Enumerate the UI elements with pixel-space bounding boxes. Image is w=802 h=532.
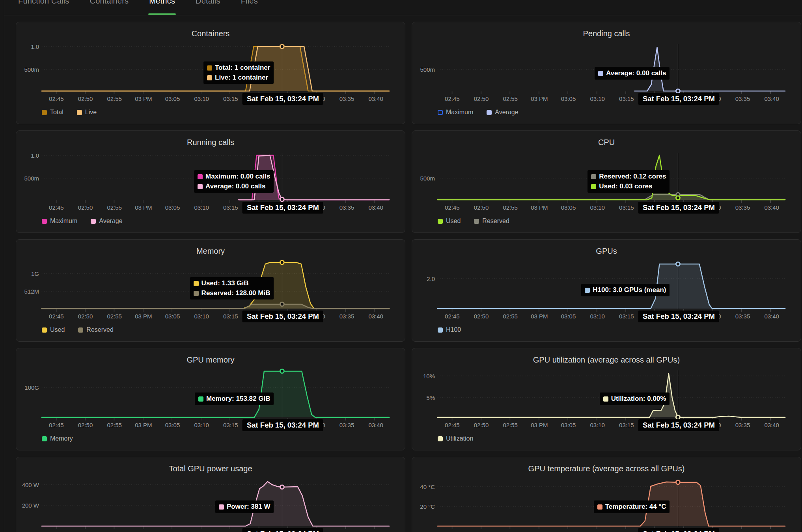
legend-item-total[interactable]: Total [42, 109, 63, 116]
x-axis-label: 03:05 [561, 204, 576, 211]
y-axis-label: 10% [412, 373, 435, 379]
x-axis-label: 02:45 [49, 313, 64, 320]
x-axis-label: 02:45 [445, 95, 460, 102]
legend-label: Average [99, 218, 122, 225]
tooltip-value: Maximum: 0.00 calls [205, 173, 270, 180]
y-axis-label: 2.0 [412, 275, 435, 282]
legend-swatch [91, 219, 96, 224]
cursor-date-tooltip: Sat Feb 15, 03:24 PM [242, 311, 323, 322]
x-axis-label: 02:50 [78, 530, 93, 532]
series-color-swatch [585, 288, 590, 293]
chart-tooltip: Memory: 153.82 GiB [195, 392, 274, 405]
x-axis-label: 03:35 [735, 95, 750, 102]
x-axis-label: 02:50 [474, 95, 489, 102]
tooltip-row: Power: 381 W [219, 503, 270, 511]
x-axis-label: 03:40 [764, 422, 779, 428]
x-axis-label: 02:45 [49, 422, 64, 428]
x-axis-label: 02:50 [474, 204, 489, 211]
series-color-swatch [198, 184, 203, 189]
legend-item-utilization[interactable]: Utilization [438, 435, 473, 442]
chart-plot-gpu-power[interactable] [16, 457, 405, 532]
legend-label: Reserved [86, 326, 113, 333]
tab-label: Metrics [149, 0, 175, 6]
x-axis-label: 03:10 [590, 95, 605, 102]
legend-label: Average [495, 109, 518, 116]
chart-legend: H100 [438, 326, 461, 333]
legend-item-used[interactable]: Used [42, 326, 65, 333]
x-axis-label: 03:05 [561, 530, 576, 532]
page-left-border [4, 0, 4, 532]
legend-item-maximum[interactable]: Maximum [42, 218, 77, 225]
chart-legend: Utilization [438, 435, 473, 442]
cursor-marker-memory [280, 369, 284, 373]
x-axis-label: 03:15 [619, 530, 634, 532]
tab-metrics[interactable]: Metrics [149, 0, 175, 15]
legend-item-reserved[interactable]: Reserved [78, 326, 113, 333]
x-axis-label: 02:50 [78, 313, 93, 320]
y-axis-label: 40 °C [412, 484, 435, 490]
x-axis-label: 03:05 [561, 95, 576, 102]
legend-swatch [438, 436, 443, 441]
legend-item-reserved[interactable]: Reserved [474, 218, 509, 225]
legend-item-live[interactable]: Live [77, 109, 97, 116]
tab-label: Files [241, 0, 258, 6]
chart-card-memory: Memory1G512M02:4502:5002:5503 PM03:0503:… [16, 239, 405, 342]
chart-tooltip: Utilization: 0.00% [600, 392, 670, 405]
x-axis-label: 03:10 [194, 204, 209, 211]
cursor-date-tooltip: Sat Feb 15, 03:24 PM [242, 528, 323, 532]
chart-tooltip: Average: 0.00 calls [595, 67, 670, 80]
series-color-swatch [207, 65, 212, 71]
x-axis-label: 03:15 [223, 422, 238, 428]
x-axis-label: 03:35 [339, 422, 354, 428]
cursor-date-tooltip: Sat Feb 15, 03:24 PM [242, 202, 323, 214]
chart-legend: Memory [42, 435, 73, 442]
legend-label: Memory [50, 435, 73, 442]
series-color-swatch [603, 396, 608, 402]
legend-item-used[interactable]: Used [438, 218, 461, 225]
x-axis-label: 03:05 [165, 422, 180, 428]
chart-card-gpu-temperature: GPU temperature (average across all GPUs… [412, 457, 801, 532]
legend-item-h100[interactable]: H100 [438, 326, 461, 333]
tab-label: Containers [90, 0, 129, 6]
cursor-marker-temperature [676, 480, 680, 484]
tab-bar: Function CallsContainersMetricsDetailsFi… [4, 0, 802, 15]
x-axis-label: 03:15 [223, 95, 238, 102]
tab-files[interactable]: Files [241, 0, 258, 15]
x-axis-label: 03:35 [339, 313, 354, 320]
x-axis-label: 02:50 [474, 530, 489, 532]
legend-item-average[interactable]: Average [91, 218, 122, 225]
cursor-marker-used [676, 196, 680, 200]
x-axis-label: 03:05 [165, 95, 180, 102]
legend-swatch [78, 327, 83, 333]
legend-label: H100 [446, 326, 461, 333]
x-axis-label: 03 PM [135, 530, 152, 532]
legend-label: Utilization [446, 435, 473, 442]
chart-legend: UsedReserved [438, 218, 509, 225]
tooltip-row: Temperature: 44 °C [597, 503, 666, 511]
cursor-date-tooltip: Sat Feb 15, 03:24 PM [242, 93, 323, 105]
x-axis-label: 03:05 [165, 204, 180, 211]
legend-item-memory[interactable]: Memory [42, 435, 73, 442]
legend-item-maximum[interactable]: Maximum [438, 109, 473, 116]
tab-function-calls[interactable]: Function Calls [18, 0, 69, 15]
cursor-date-tooltip: Sat Feb 15, 03:24 PM [638, 93, 719, 105]
x-axis-label: 03:40 [764, 530, 779, 532]
legend-item-average[interactable]: Average [487, 109, 518, 116]
chart-tooltip: Used: 1.33 GiBReserved: 128.00 MiB [190, 277, 274, 299]
cursor-marker-utilization [676, 415, 680, 419]
tooltip-value: Utilization: 0.00% [611, 395, 666, 403]
x-axis-label: 03:10 [590, 422, 605, 428]
tooltip-value: Used: 0.03 cores [599, 182, 652, 190]
chart-plot-gpu-temperature[interactable] [412, 457, 801, 532]
tab-containers[interactable]: Containers [90, 0, 129, 15]
x-axis-label: 03:40 [368, 313, 383, 320]
x-axis-label: 03:40 [368, 422, 383, 428]
x-axis-label: 02:55 [107, 204, 122, 211]
series-color-swatch [198, 396, 203, 402]
series-color-swatch [198, 174, 203, 179]
x-axis-label: 03:10 [590, 204, 605, 211]
tab-details[interactable]: Details [196, 0, 220, 15]
x-axis-label: 03:35 [735, 313, 750, 320]
x-axis-label: 02:55 [503, 313, 518, 320]
x-axis-label: 03 PM [135, 313, 152, 320]
